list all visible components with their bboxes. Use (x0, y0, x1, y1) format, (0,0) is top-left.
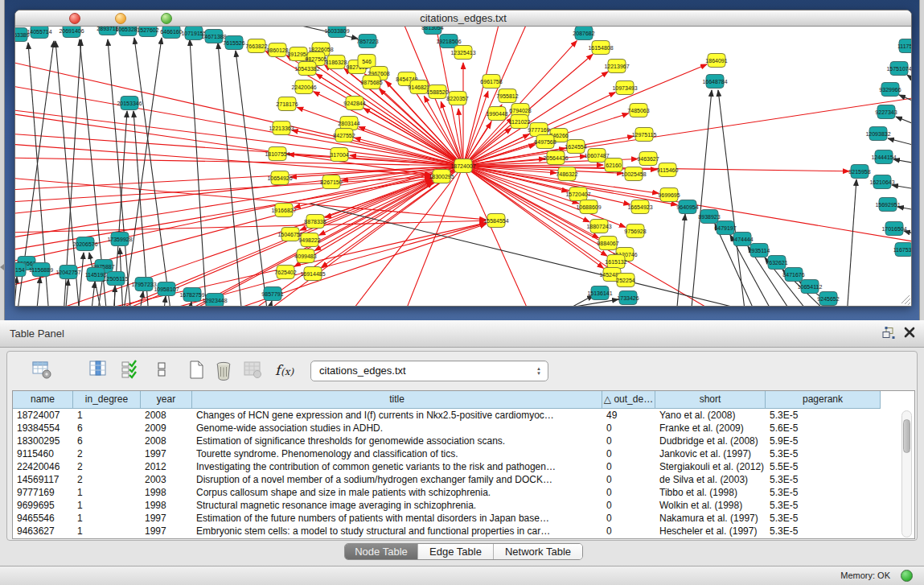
table-cell: 9463627 (13, 525, 73, 538)
table-cell: Franke et al. (2009) (655, 422, 766, 435)
graph-edge (114, 286, 115, 306)
graph-node-label: 12093832 (865, 131, 890, 137)
node-table[interactable]: namein_degreeyeartitle△ out_de…shortpage… (12, 390, 915, 539)
table-vertical-scrollbar[interactable] (901, 410, 912, 538)
table-cell: 18300295 (13, 435, 73, 447)
graph-edge (15, 277, 17, 306)
column-header-in_degree[interactable]: in_degree (73, 391, 141, 409)
graph-edge (163, 296, 166, 306)
column-header-year[interactable]: year (141, 391, 192, 409)
graph-edge (556, 299, 618, 306)
tab-network-table[interactable]: Network Table (494, 544, 582, 559)
column-header-short[interactable]: short (655, 391, 766, 409)
table-cell: Corpus callosum shape and size in male p… (192, 486, 602, 499)
graph-edge (888, 138, 911, 146)
select-columns-icon[interactable] (120, 359, 142, 381)
new-table-icon[interactable] (186, 359, 208, 381)
table-cell: 2 (73, 473, 141, 486)
tab-edge-table[interactable]: Edge Table (418, 544, 494, 559)
graph-node-label: 10607487 (584, 153, 609, 159)
graph-edge (691, 90, 712, 306)
graph-node-label: 10958107 (154, 286, 179, 292)
right-panel-divider[interactable] (919, 0, 924, 320)
graph-node-label: 2087682 (573, 31, 594, 36)
close-panel-icon[interactable] (904, 327, 915, 341)
graph-node-label: 9474444 (731, 237, 753, 242)
table-row[interactable]: 1872400712008Changes of HCN gene express… (13, 409, 914, 422)
graph-node-label: 7632621 (766, 260, 787, 266)
column-header-name[interactable]: name (13, 391, 73, 409)
float-panel-icon[interactable] (881, 327, 896, 343)
column-header-title[interactable]: title (192, 391, 602, 409)
memory-ok-indicator[interactable] (901, 570, 913, 582)
graph-node-label: 9329966 (879, 87, 901, 93)
graph-node-label: 8878338 (304, 219, 326, 225)
table-cell: 49 (602, 409, 655, 422)
table-cell: 5.6E-5 (766, 422, 881, 435)
table-cell: 1 (73, 499, 141, 512)
table-cell: 0 (602, 460, 655, 473)
row-height-icon[interactable] (151, 359, 174, 381)
table-cell: Estimation of the future numbers of pati… (192, 512, 602, 525)
table-row[interactable]: 977716911998Corpus callosum shape and si… (13, 486, 914, 499)
graph-edge (897, 207, 911, 210)
table-cell: Jankovic et al. (1997) (655, 447, 766, 460)
table-row[interactable]: 1938455462009Genome-wide association stu… (13, 422, 914, 435)
table-cell: 5.3E-5 (766, 525, 881, 538)
table-row[interactable]: 946554611997Estimation of the future num… (13, 512, 914, 525)
tab-node-table[interactable]: Node Table (345, 544, 418, 559)
graph-svg[interactable]: 1663389140557142069140628937181065328715… (15, 27, 911, 306)
window-titlebar[interactable]: citations_edges.txt (15, 10, 911, 27)
table-row[interactable]: 969969511998Structural magnetic resonanc… (13, 499, 914, 512)
table-row[interactable]: 911546021997Tourette syndrome. Phenomeno… (13, 447, 914, 460)
graph-node-label: 19166827 (271, 208, 296, 213)
table-cell: 9699695 (13, 499, 73, 512)
status-bar: Memory: OK (0, 566, 924, 585)
graph-node-label: 7485063 (627, 108, 649, 113)
scrollbar-thumb[interactable] (903, 419, 910, 453)
table-cell: 2 (73, 460, 141, 473)
resize-grip-icon[interactable] (901, 295, 910, 305)
column-header-pagerank[interactable]: pagerank (766, 391, 881, 409)
delete-table-icon[interactable] (213, 359, 236, 381)
graph-node-label: 8813054 (421, 27, 443, 31)
table-settings-icon[interactable] (31, 359, 54, 381)
graph-node-label: 9463627 (637, 156, 659, 162)
table-cell: 22420046 (13, 460, 73, 473)
table-cell: 5.3E-5 (766, 499, 881, 512)
table-row[interactable]: 946362711997Embryonic stem cells: a mode… (13, 525, 914, 538)
left-panel-divider[interactable] (0, 0, 5, 320)
graph-node-label: 8215958 (848, 169, 870, 175)
graph-node-label: 22420046 (291, 84, 316, 90)
dropdown-arrows-icon: ▲▼ (536, 361, 541, 381)
graph-node-label: 546 (362, 59, 372, 64)
graph-node-label: 7625402 (274, 270, 296, 275)
graph-node-label: 10973493 (612, 85, 637, 91)
graph-node-label: 12213363 (269, 126, 294, 131)
table-row[interactable]: 2242004622012Investigating the contribut… (13, 460, 914, 473)
table-cell: 5.9E-5 (766, 435, 881, 447)
graph-node-label: 15751074 (886, 66, 911, 72)
table-row[interactable]: 1456911722003Disruption of a novel membe… (13, 473, 914, 486)
table-cell: Nakamura et al. (1997) (655, 512, 766, 525)
graph-node-label: 20691406 (59, 28, 84, 34)
graph-edge (134, 38, 171, 306)
import-table-icon[interactable] (242, 359, 265, 381)
table-cell: 0 (602, 473, 655, 486)
citation-graph-canvas[interactable]: 1663389140557142069140628937181065328715… (15, 27, 911, 306)
table-cell: 2008 (141, 435, 192, 447)
table-row[interactable]: 1830029562008Estimation of significance … (13, 435, 914, 447)
table-cell: 6 (73, 435, 141, 447)
table-cell: Genome-wide association studies in ADHD. (192, 422, 602, 435)
function-builder-icon[interactable]: f(x) (274, 359, 297, 381)
graph-node-label: 8427552 (333, 133, 355, 138)
graph-node-label: 1121022 (509, 119, 531, 125)
graph-node-label: 9115460 (657, 167, 679, 173)
graph-edge (236, 51, 268, 306)
table-cell: Yano et al. (2008) (655, 409, 766, 422)
graph-node-label: 16654923 (627, 204, 652, 210)
show-columns-icon[interactable] (88, 359, 110, 381)
table-cell: 1 (73, 525, 141, 538)
column-header-out_de[interactable]: △ out_de… (602, 391, 655, 409)
table-select-dropdown[interactable]: citations_edges.txt ▲▼ (310, 360, 548, 381)
